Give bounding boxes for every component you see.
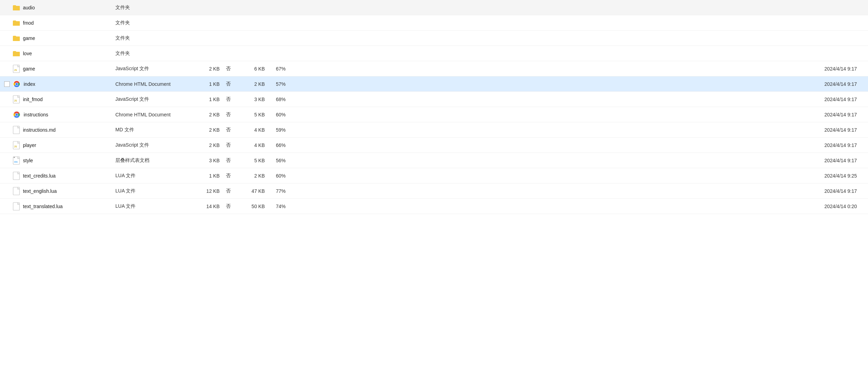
file-pct-col: 56% (265, 158, 286, 163)
file-name: audio (23, 5, 35, 10)
file-type-col: Chrome HTML Document (115, 112, 192, 117)
file-size-col: 2 KB (192, 127, 220, 133)
file-name-col: index (4, 80, 115, 88)
file-type-col: 文件夹 (115, 50, 192, 57)
file-name: game (23, 66, 35, 72)
file-size-col: 2 KB (192, 66, 220, 72)
file-size-col: 12 KB (192, 188, 220, 194)
file-type-col: LUA 文件 (115, 173, 192, 179)
svg-text:JS: JS (14, 69, 17, 72)
js-file-icon: JS (13, 95, 20, 104)
svg-rect-14 (14, 157, 15, 158)
folder-icon (13, 3, 20, 12)
file-size2-col: 4 KB (237, 142, 265, 148)
file-name: love (23, 51, 32, 56)
file-size-col: 2 KB (192, 112, 220, 117)
file-name-col: JS player (4, 141, 115, 149)
svg-point-9 (16, 113, 18, 116)
chrome-icon (13, 80, 21, 88)
list-item[interactable]: fmod 文件夹 (0, 15, 868, 31)
file-list: audio 文件夹 fmod 文件夹 game 文件夹 (0, 0, 868, 214)
file-type-col: 文件夹 (115, 20, 192, 26)
file-size-col: 1 KB (192, 81, 220, 87)
file-size-col: 1 KB (192, 173, 220, 179)
svg-point-4 (16, 83, 18, 85)
generic-file-icon (13, 202, 20, 211)
file-pct-col: 57% (265, 81, 286, 87)
file-name-col: CSS style (4, 156, 115, 165)
file-size-col: 3 KB (192, 158, 220, 163)
file-pct-col: 77% (265, 188, 286, 194)
file-size2-col: 50 KB (237, 204, 265, 209)
file-date-col: 2024/4/14 9:17 (286, 112, 864, 117)
file-date-col: 2024/4/14 9:25 (286, 173, 864, 179)
list-item[interactable]: text_english.lua LUA 文件 12 KB 否 47 KB 77… (0, 183, 868, 199)
folder-icon (13, 49, 20, 58)
file-date-col: 2024/4/14 9:17 (286, 158, 864, 163)
file-name-col: audio (4, 3, 115, 12)
file-size-col: 2 KB (192, 142, 220, 148)
js-file-icon: JS (13, 141, 20, 149)
svg-text:JS: JS (14, 99, 17, 102)
file-name: instructions (24, 112, 48, 117)
file-name: index (24, 81, 35, 87)
generic-file-icon (13, 187, 20, 195)
list-item[interactable]: CSS style 层叠样式表文档 3 KB 否 5 KB 56% 2024/4… (0, 153, 868, 168)
file-flag-col: 否 (220, 188, 237, 194)
file-name: instructions.md (23, 127, 56, 133)
row-checkbox[interactable] (4, 81, 10, 87)
file-date-col: 2024/4/14 9:17 (286, 127, 864, 133)
file-size2-col: 3 KB (237, 97, 265, 102)
file-date-col: 2024/4/14 9:17 (286, 188, 864, 194)
svg-text:CSS: CSS (14, 161, 18, 163)
file-flag-col: 否 (220, 96, 237, 102)
file-date-col: 2024/4/14 9:17 (286, 66, 864, 72)
file-size2-col: 4 KB (237, 127, 265, 133)
file-name: text_credits.lua (23, 173, 56, 179)
file-type-col: Chrome HTML Document (115, 81, 192, 87)
file-type-col: 层叠样式表文档 (115, 157, 192, 164)
file-name-col: JS game (4, 65, 115, 73)
generic-file-icon (13, 126, 20, 134)
file-name-col: text_credits.lua (4, 172, 115, 180)
file-size2-col: 5 KB (237, 158, 265, 163)
file-name: fmod (23, 20, 34, 26)
list-item[interactable]: instructions Chrome HTML Document 2 KB 否… (0, 107, 868, 122)
file-size-col: 14 KB (192, 204, 220, 209)
file-type-col: LUA 文件 (115, 203, 192, 210)
file-pct-col: 66% (265, 142, 286, 148)
list-item[interactable]: love 文件夹 (0, 46, 868, 61)
file-pct-col: 68% (265, 97, 286, 102)
file-pct-col: 74% (265, 204, 286, 209)
list-item[interactable]: JS init_fmod JavaScript 文件 1 KB 否 3 KB 6… (0, 92, 868, 107)
file-name: style (23, 158, 33, 163)
file-pct-col: 60% (265, 112, 286, 117)
file-name-col: game (4, 34, 115, 42)
list-item[interactable]: game 文件夹 (0, 31, 868, 46)
file-type-col: 文件夹 (115, 5, 192, 11)
file-name: text_english.lua (23, 188, 57, 194)
file-size-col: 1 KB (192, 97, 220, 102)
file-name: init_fmod (23, 97, 43, 102)
list-item[interactable]: JS game JavaScript 文件 2 KB 否 6 KB 67% 20… (0, 61, 868, 76)
file-flag-col: 否 (220, 173, 237, 179)
file-type-col: JavaScript 文件 (115, 66, 192, 72)
list-item[interactable]: text_translated.lua LUA 文件 14 KB 否 50 KB… (0, 199, 868, 214)
file-name: text_translated.lua (23, 204, 63, 209)
file-size2-col: 5 KB (237, 112, 265, 117)
list-item[interactable]: JS player JavaScript 文件 2 KB 否 4 KB 66% … (0, 138, 868, 153)
file-date-col: 2024/4/14 9:17 (286, 81, 864, 87)
file-pct-col: 60% (265, 173, 286, 179)
file-name-col: instructions (4, 110, 115, 119)
file-date-col: 2024/4/14 9:17 (286, 97, 864, 102)
file-flag-col: 否 (220, 112, 237, 118)
file-name-col: love (4, 49, 115, 58)
file-type-col: JavaScript 文件 (115, 96, 192, 102)
file-name: game (23, 35, 35, 41)
list-item[interactable]: text_credits.lua LUA 文件 1 KB 否 2 KB 60% … (0, 168, 868, 183)
file-type-col: 文件夹 (115, 35, 192, 41)
list-item[interactable]: audio 文件夹 (0, 0, 868, 15)
file-name-col: JS init_fmod (4, 95, 115, 104)
list-item[interactable]: index Chrome HTML Document 1 KB 否 2 KB 5… (0, 76, 868, 92)
list-item[interactable]: instructions.md MD 文件 2 KB 否 4 KB 59% 20… (0, 122, 868, 138)
